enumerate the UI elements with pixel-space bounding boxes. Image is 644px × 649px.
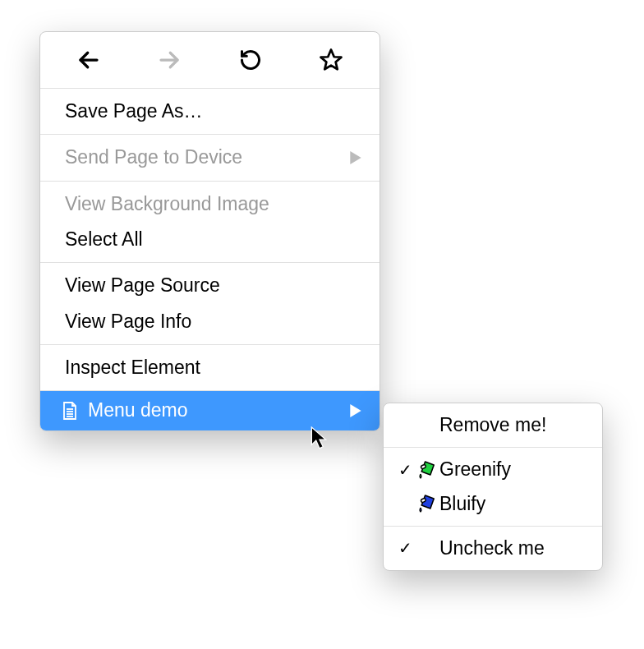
submenu-arrow-icon: [350, 404, 361, 417]
checkmark-icon: ✓: [395, 458, 415, 482]
menu-item-select-all[interactable]: Select All: [40, 222, 380, 257]
forward-button[interactable]: [153, 44, 186, 76]
submenu-item-label: Bluify: [439, 490, 587, 518]
back-button[interactable]: [72, 44, 105, 76]
menu-item-label: Select All: [65, 226, 361, 253]
toolbar-row: [40, 32, 380, 89]
reload-icon: [239, 48, 262, 71]
menu-item-label: View Page Info: [65, 308, 361, 335]
menu-item-menu-demo[interactable]: Menu demo: [40, 391, 380, 430]
svg-marker-3: [350, 151, 361, 164]
menu-item-label: View Page Source: [65, 272, 361, 299]
submenu-item-label: Uncheck me: [439, 535, 587, 562]
menu-item-label: Save Page As…: [65, 98, 361, 125]
document-icon: [60, 401, 80, 421]
reload-button[interactable]: [234, 44, 267, 76]
menu-item-view-page-info[interactable]: View Page Info: [40, 304, 380, 339]
submenu: Remove me! ✓ Greenify Bluify ✓ Uncheck m…: [383, 403, 603, 571]
menu-item-inspect-element[interactable]: Inspect Element: [40, 350, 380, 385]
submenu-arrow-icon: [350, 151, 361, 164]
submenu-item-greenify[interactable]: ✓ Greenify: [384, 453, 602, 486]
checkmark-icon: ✓: [395, 536, 415, 560]
bookmark-button[interactable]: [315, 44, 347, 76]
menu-item-label: Send Page to Device: [65, 144, 350, 171]
svg-marker-2: [320, 50, 341, 70]
svg-marker-8: [350, 404, 361, 417]
menu-item-view-page-source[interactable]: View Page Source: [40, 268, 380, 303]
paint-bucket-blue-icon: [415, 494, 439, 513]
arrow-right-icon: [157, 48, 182, 72]
menu-item-label: Inspect Element: [65, 354, 361, 381]
submenu-item-uncheck-me[interactable]: ✓ Uncheck me: [384, 532, 602, 565]
menu-item-send-page-to-device[interactable]: Send Page to Device: [40, 140, 380, 175]
arrow-left-icon: [76, 48, 101, 72]
menu-item-view-background-image: View Background Image: [40, 186, 380, 222]
submenu-item-bluify[interactable]: Bluify: [384, 487, 602, 521]
submenu-item-label: Remove me!: [439, 412, 587, 439]
star-icon: [319, 48, 343, 72]
context-menu: Save Page As… Send Page to Device View B…: [39, 31, 380, 431]
paint-bucket-green-icon: [415, 460, 439, 480]
submenu-item-label: Greenify: [439, 456, 587, 483]
menu-item-save-page-as[interactable]: Save Page As…: [40, 94, 380, 129]
menu-item-label: View Background Image: [65, 191, 361, 218]
submenu-item-remove-me[interactable]: Remove me!: [384, 408, 602, 442]
menu-item-label: Menu demo: [88, 397, 350, 424]
